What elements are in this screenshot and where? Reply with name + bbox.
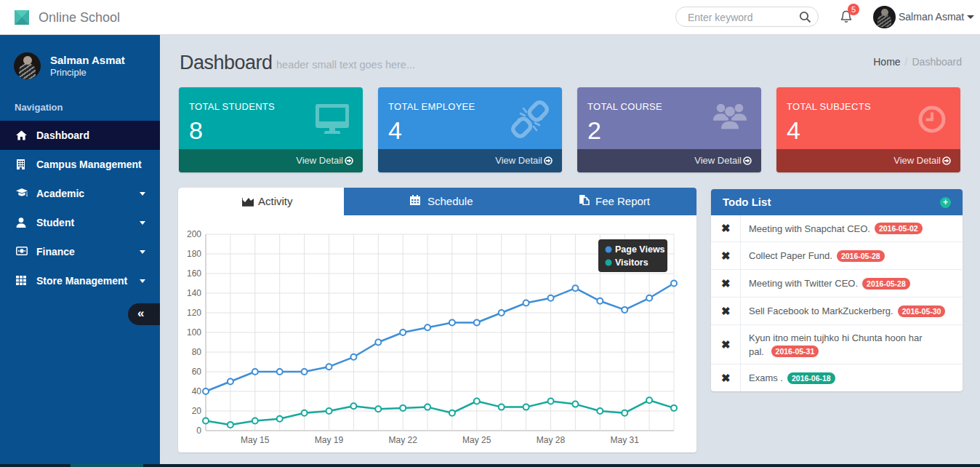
svg-text:160: 160	[187, 268, 201, 279]
svg-text:40: 40	[192, 386, 202, 396]
svg-text:80: 80	[192, 347, 202, 357]
svg-text:20: 20	[192, 406, 202, 416]
svg-text:140: 140	[187, 288, 201, 298]
svg-text:200: 200	[187, 229, 201, 239]
svg-text:May 22: May 22	[389, 435, 418, 445]
svg-text:Visitors: Visitors	[615, 258, 648, 268]
svg-text:120: 120	[187, 308, 201, 318]
svg-text:100: 100	[187, 327, 201, 338]
svg-text:May 31: May 31	[611, 435, 640, 445]
svg-text:May 25: May 25	[462, 435, 491, 445]
svg-text:Page Views: Page Views	[615, 244, 665, 255]
svg-text:May 28: May 28	[537, 435, 566, 445]
svg-text:60: 60	[192, 367, 202, 377]
svg-text:180: 180	[187, 249, 201, 259]
svg-text:May 15: May 15	[241, 435, 270, 445]
svg-text:0: 0	[196, 426, 201, 436]
svg-text:May 19: May 19	[315, 435, 344, 445]
